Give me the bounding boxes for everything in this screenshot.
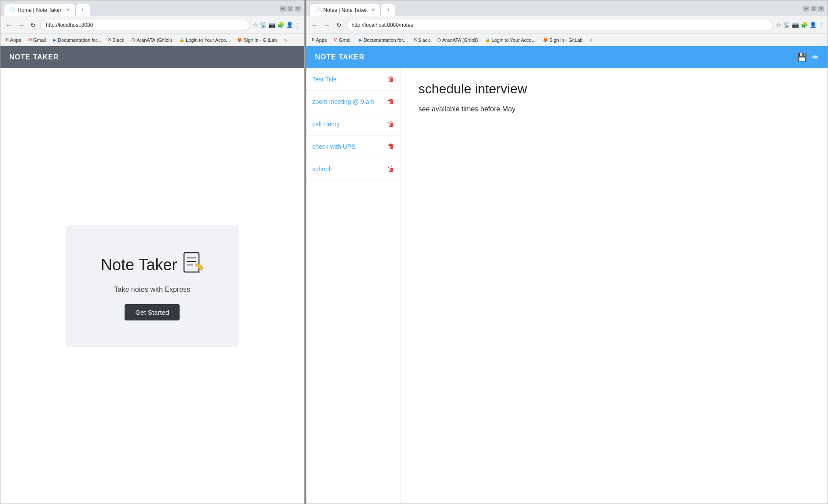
left-app-title: NOTE TAKER xyxy=(9,53,59,61)
left-bookmark-slack[interactable]: S Slack xyxy=(107,37,126,44)
note-title-link-2[interactable]: zoom meeting @ 9 am xyxy=(313,98,375,105)
right-url-input[interactable] xyxy=(346,20,773,30)
profile-icon[interactable]: 👤 xyxy=(286,22,293,28)
right-menu-icon[interactable]: ⋮ xyxy=(818,22,824,28)
left-bookmark-apps[interactable]: ⠿ Apps xyxy=(4,37,23,44)
right-minimize-button[interactable]: ─ xyxy=(803,6,809,11)
right-gitlab-icon: 🦊 xyxy=(543,37,548,42)
left-close-button[interactable]: ✕ xyxy=(295,6,301,11)
right-slack-icon: S xyxy=(414,37,417,42)
right-cast-icon[interactable]: 📡 xyxy=(783,22,790,28)
edit-note-button[interactable]: ✏ xyxy=(812,52,819,62)
left-bookmark-gmail[interactable]: M Gmail xyxy=(26,37,48,44)
right-docs-icon: ▶ xyxy=(359,37,362,42)
note-list-item-5[interactable]: school! 🗑 xyxy=(306,158,401,180)
right-bookmark-docs-label: Documentation for... xyxy=(364,37,407,43)
right-title-bar: 📄 Notes | Note Taker ✕ + ─ □ ✕ xyxy=(306,0,828,16)
note-title-link-5[interactable]: school! xyxy=(313,166,332,173)
right-browser-window: 📄 Notes | Note Taker ✕ + ─ □ ✕ ← → ↻ ☆ 📡… xyxy=(306,0,828,504)
login-icon: 🔒 xyxy=(179,37,184,42)
right-forward-button[interactable]: → xyxy=(322,21,332,29)
left-url-input[interactable] xyxy=(40,20,250,30)
right-profile-icon[interactable]: 👤 xyxy=(810,22,817,28)
delete-note-4-button[interactable]: 🗑 xyxy=(387,143,394,151)
right-address-bar: ← → ↻ ☆ 📡 📷 🧩 👤 ⋮ xyxy=(306,16,828,34)
right-bookmark-login-label: Login to Your Acco... xyxy=(492,37,536,43)
right-bookmark-gitlab[interactable]: 🦊 Sign in - GitLab xyxy=(541,37,585,44)
left-bookmark-gitlab[interactable]: 🦊 Sign in - GitLab xyxy=(235,37,279,44)
right-restore-button[interactable]: □ xyxy=(811,6,817,11)
more-bookmarks-icon: » xyxy=(284,37,287,43)
delete-note-2-button[interactable]: 🗑 xyxy=(387,98,394,106)
snapshot-icon[interactable]: 📷 xyxy=(269,22,276,28)
right-bookmark-slack-label: Slack xyxy=(418,37,430,43)
note-title-link-4[interactable]: check with UPS xyxy=(313,143,356,150)
right-reload-button[interactable]: ↻ xyxy=(335,21,343,29)
menu-icon[interactable]: ⋮ xyxy=(295,22,301,28)
left-restore-button[interactable]: □ xyxy=(287,6,293,11)
right-gmail-icon: M xyxy=(334,37,338,42)
right-app-title: NOTE TAKER xyxy=(315,53,365,61)
get-started-button[interactable]: Get Started xyxy=(125,304,180,320)
note-list-item-4[interactable]: check with UPS 🗑 xyxy=(306,136,401,158)
right-bookmark-docs[interactable]: ▶ Documentation for... xyxy=(357,37,408,44)
right-tab-close[interactable]: ✕ xyxy=(371,7,375,13)
right-bookmark-gmail[interactable]: M Gmail xyxy=(332,37,353,44)
right-star-icon[interactable]: ☆ xyxy=(776,22,781,28)
right-bookmark-slack[interactable]: S Slack xyxy=(412,37,432,44)
right-more-bookmarks-icon: » xyxy=(590,37,592,43)
right-bookmark-login[interactable]: 🔒 Login to Your Acco... xyxy=(483,37,537,44)
right-bookmarks-bar: ⠿ Apps M Gmail ▶ Documentation for... S … xyxy=(306,34,828,46)
left-bookmark-docs[interactable]: ▶ Documentation for... xyxy=(51,37,103,44)
left-addr-icons: ☆ 📡 📷 🧩 👤 ⋮ xyxy=(253,22,301,28)
cast-icon[interactable]: 📡 xyxy=(260,22,267,28)
apps-grid-icon: ⠿ xyxy=(6,37,9,42)
docs-icon: ▶ xyxy=(53,37,56,42)
notes-layout: Test Title 🗑 zoom meeting @ 9 am 🗑 call … xyxy=(306,68,828,504)
left-app-content: NOTE TAKER Note Taker xyxy=(0,46,304,504)
left-bookmark-ghibli[interactable]: ⬡ AranATA (Ghibli) xyxy=(129,37,174,44)
right-new-tab[interactable]: + xyxy=(381,3,395,16)
right-tab-label: Notes | Note Taker xyxy=(324,7,367,13)
right-extension-icon[interactable]: 🧩 xyxy=(801,22,808,28)
left-tab[interactable]: 📄 Home | Note Taker ✕ xyxy=(4,3,76,16)
left-tab-close[interactable]: ✕ xyxy=(66,7,70,13)
star-icon[interactable]: ☆ xyxy=(253,22,258,28)
extension-icon[interactable]: 🧩 xyxy=(277,22,284,28)
left-forward-button[interactable]: → xyxy=(16,21,26,29)
left-back-button[interactable]: ← xyxy=(4,21,14,29)
note-list-item-2[interactable]: zoom meeting @ 9 am 🗑 xyxy=(306,91,401,113)
left-bookmark-docs-label: Documentation for... xyxy=(58,37,101,43)
left-bookmarks-bar: ⠿ Apps M Gmail ▶ Documentation for... S … xyxy=(0,34,304,46)
delete-note-3-button[interactable]: 🗑 xyxy=(387,120,394,128)
right-back-button[interactable]: ← xyxy=(310,21,320,29)
right-apps-grid-icon: ⠿ xyxy=(312,37,315,42)
note-taker-icon xyxy=(182,252,203,279)
right-bookmark-gmail-label: Gmail xyxy=(339,37,352,43)
delete-note-1-button[interactable]: 🗑 xyxy=(387,75,394,83)
right-close-button[interactable]: ✕ xyxy=(818,6,824,11)
left-app-header: NOTE TAKER xyxy=(0,46,304,68)
note-list-item-3[interactable]: call Henry 🗑 xyxy=(306,113,401,136)
left-tab-label: Home | Note Taker xyxy=(18,7,62,13)
left-bookmark-login[interactable]: 🔒 Login to Your Acco... xyxy=(177,37,232,44)
right-bookmark-apps[interactable]: ⠿ Apps xyxy=(310,37,329,44)
note-title-link-3[interactable]: call Henry xyxy=(313,121,340,128)
right-bookmark-more[interactable]: » xyxy=(588,37,594,44)
right-snapshot-icon[interactable]: 📷 xyxy=(792,22,799,28)
save-note-button[interactable]: 💾 xyxy=(797,52,807,62)
left-bookmark-more[interactable]: » xyxy=(282,37,288,44)
left-minimize-button[interactable]: ─ xyxy=(280,6,286,11)
left-window-controls: ─ □ ✕ xyxy=(280,6,301,14)
slack-icon: S xyxy=(108,37,111,42)
note-title-link-1[interactable]: Test Title xyxy=(313,76,337,83)
note-list-item-1[interactable]: Test Title 🗑 xyxy=(306,68,401,91)
left-reload-button[interactable]: ↻ xyxy=(29,21,37,29)
delete-note-5-button[interactable]: 🗑 xyxy=(387,165,394,173)
left-title-bar: 📄 Home | Note Taker ✕ + ─ □ ✕ xyxy=(0,0,304,16)
note-editor: schedule interview see available times b… xyxy=(401,68,828,504)
left-new-tab[interactable]: + xyxy=(76,3,90,16)
hero-title-text: Note Taker xyxy=(101,256,177,274)
right-bookmark-ghibli[interactable]: ⬡ AranATA (Ghibli) xyxy=(435,37,480,44)
right-tab[interactable]: 📄 Notes | Note Taker ✕ xyxy=(310,3,381,16)
